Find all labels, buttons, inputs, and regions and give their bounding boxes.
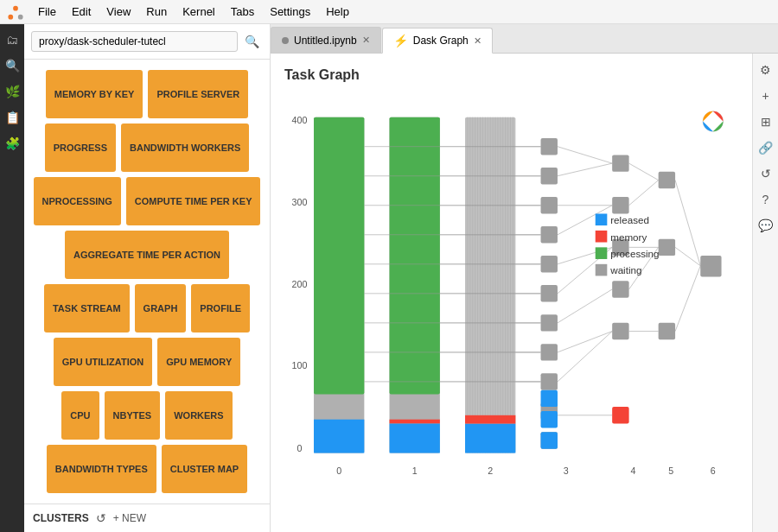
search-input[interactable] — [31, 31, 238, 52]
tab-dask-graph[interactable]: ⚡ Dask Graph ✕ — [382, 28, 493, 54]
svg-rect-46 — [541, 197, 558, 213]
svg-text:6: 6 — [711, 466, 716, 476]
btn-gpu-memory[interactable]: GPU MEMORY — [157, 338, 240, 386]
rt-help-icon[interactable]: ? — [756, 190, 775, 209]
svg-rect-113 — [596, 213, 608, 225]
svg-line-96 — [558, 163, 612, 176]
tab-dot-untitled — [282, 37, 289, 44]
btn-nbytes[interactable]: NBYTES — [105, 391, 161, 440]
btn-aggregate-time[interactable]: AGGREGATE TIME PER ACTION — [65, 231, 229, 279]
svg-text:waiting: waiting — [609, 264, 641, 276]
svg-line-110 — [675, 180, 700, 266]
svg-text:2: 2 — [488, 466, 493, 476]
btn-progress[interactable]: PROGRESS — [45, 124, 116, 172]
rt-refresh-icon[interactable]: ↺ — [756, 164, 775, 183]
svg-rect-61 — [612, 281, 628, 297]
svg-text:released: released — [610, 214, 649, 225]
btn-bandwidth-types[interactable]: BANDWIDTH TYPES — [47, 445, 156, 493]
tabs-bar: Untitled.ipynb ✕ ⚡ Dask Graph ✕ — [271, 24, 778, 54]
svg-rect-48 — [541, 256, 558, 272]
sidebar-icon-panel: 🗂 🔍 🌿 📋 🧩 — [0, 24, 24, 532]
svg-rect-17 — [314, 420, 364, 453]
tab-label-untitled: Untitled.ipynb — [294, 35, 357, 47]
svg-rect-66 — [659, 323, 675, 339]
clusters-section: CLUSTERS ↺ + NEW — [24, 504, 270, 532]
sidebar-icon-extensions[interactable]: 🧩 — [3, 135, 21, 152]
btn-bandwidth-workers[interactable]: BANDWIDTH WORKERS — [121, 124, 249, 172]
svg-rect-45 — [541, 168, 558, 184]
search-button[interactable]: 🔍 — [241, 33, 263, 50]
rt-link-icon[interactable]: 🔗 — [756, 138, 775, 157]
svg-text:200: 200 — [292, 279, 308, 289]
left-panel: 🔍 MEMORY BY KEY PROFILE SERVER PROGRESS … — [24, 24, 271, 532]
svg-rect-43 — [465, 415, 515, 424]
sidebar-icon-files[interactable]: 🗂 — [3, 31, 21, 48]
svg-rect-65 — [659, 239, 675, 256]
svg-text:memory: memory — [610, 231, 647, 243]
svg-text:100: 100 — [292, 360, 308, 370]
svg-rect-67 — [700, 256, 721, 276]
svg-rect-119 — [596, 264, 608, 276]
svg-rect-115 — [596, 231, 608, 243]
tab-close-dask[interactable]: ✕ — [474, 35, 481, 47]
svg-rect-19 — [390, 117, 440, 395]
svg-rect-117 — [596, 247, 608, 259]
svg-text:3: 3 — [564, 466, 569, 476]
menu-edit[interactable]: Edit — [65, 3, 98, 20]
tab-close-untitled[interactable]: ✕ — [362, 35, 370, 46]
btn-graph[interactable]: GRAPH — [135, 284, 187, 332]
btn-memory-by-key[interactable]: MEMORY BY KEY — [46, 70, 143, 118]
svg-rect-21 — [390, 424, 440, 453]
svg-rect-55 — [541, 432, 558, 448]
svg-line-112 — [675, 266, 700, 332]
clusters-refresh-icon[interactable]: ↺ — [96, 511, 106, 525]
svg-rect-50 — [541, 314, 558, 331]
btn-profile[interactable]: PROFILE — [191, 284, 250, 332]
menu-kernel[interactable]: Kernel — [175, 3, 222, 20]
sidebar-icon-git[interactable]: 🌿 — [3, 83, 21, 100]
graph-area: Task Graph 0 100 200 300 400 0 1 2 3 4 5 — [271, 54, 752, 532]
menu-help[interactable]: Help — [319, 3, 356, 20]
jupyter-logo — [7, 3, 24, 21]
menu-settings[interactable]: Settings — [263, 3, 317, 20]
btn-cpu[interactable]: CPU — [61, 391, 99, 440]
search-bar: 🔍 — [24, 24, 270, 60]
svg-line-105 — [629, 163, 659, 180]
svg-rect-20 — [390, 420, 440, 424]
menu-tabs[interactable]: Tabs — [224, 3, 261, 20]
svg-line-111 — [675, 247, 700, 265]
sidebar-icon-search[interactable]: 🔍 — [3, 57, 21, 74]
svg-point-0 — [13, 5, 18, 10]
btn-cluster-map[interactable]: CLUSTER MAP — [162, 445, 247, 493]
notebook-area: Task Graph 0 100 200 300 400 0 1 2 3 4 5 — [271, 54, 778, 532]
clusters-new-button[interactable]: + NEW — [113, 512, 146, 524]
svg-rect-51 — [541, 344, 558, 360]
svg-text:5: 5 — [668, 466, 673, 476]
rt-chat-icon[interactable]: 💬 — [756, 216, 775, 235]
menu-view[interactable]: View — [99, 3, 137, 20]
rt-settings-icon[interactable]: ⚙ — [756, 60, 775, 79]
right-toolbar: ⚙ + ⊞ 🔗 ↺ ? 💬 — [752, 54, 778, 532]
btn-task-stream[interactable]: TASK STREAM — [44, 284, 130, 332]
dask-graph-svg: 0 100 200 300 400 0 1 2 3 4 5 6 — [284, 93, 738, 532]
svg-point-2 — [18, 14, 23, 19]
btn-profile-server[interactable]: PROFILE SERVER — [148, 70, 248, 118]
svg-text:0: 0 — [336, 466, 341, 476]
rt-grid-icon[interactable]: ⊞ — [756, 112, 775, 131]
btn-compute-time[interactable]: COMPUTE TIME PER KEY — [126, 177, 261, 225]
menu-file[interactable]: File — [31, 3, 63, 20]
sidebar-icon-commands[interactable]: 📋 — [3, 109, 21, 126]
menu-run[interactable]: Run — [139, 3, 174, 20]
svg-rect-58 — [612, 155, 628, 171]
svg-line-106 — [629, 180, 659, 206]
svg-point-1 — [8, 14, 13, 19]
svg-rect-16 — [314, 117, 364, 395]
btn-gpu-utilization[interactable]: GPU UTILIZATION — [54, 338, 153, 386]
tab-untitled[interactable]: Untitled.ipynb ✕ — [271, 27, 381, 53]
svg-rect-49 — [541, 285, 558, 301]
btn-nprocessing[interactable]: NPROCESSING — [34, 177, 121, 225]
btn-workers[interactable]: WORKERS — [165, 391, 232, 440]
svg-rect-57 — [541, 390, 558, 407]
rt-add-icon[interactable]: + — [756, 86, 775, 105]
clusters-label: CLUSTERS — [33, 512, 89, 524]
